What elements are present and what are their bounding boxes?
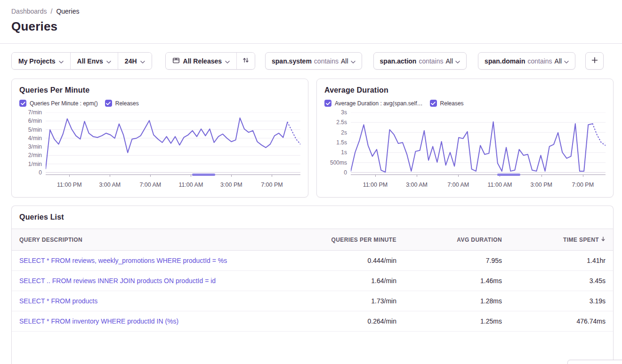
x-tick-label: 3:00 AM [99,182,121,188]
checkbox-checked-icon[interactable] [430,100,437,107]
chart-legend: Average Duration : avg(span.self…Release… [324,100,606,107]
chevron-down-icon [59,57,64,65]
avg-duration-value: 1.25ms [396,317,502,325]
release-sort-button[interactable] [236,53,255,69]
span-system-filter-pill[interactable]: span.system contains All [265,52,362,70]
x-tick-label: 3:00 AM [406,182,428,188]
time-axis [351,173,606,179]
queries-per-minute-value: 0.264/min [298,317,396,325]
query-description-link[interactable]: SELECT * FROM reviews, weekly_promotions… [19,257,227,264]
y-tick-label: 7/min [28,109,42,116]
legend-item[interactable]: Releases [430,100,464,107]
query-description-link[interactable]: SELECT .. FROM reviews INNER JOIN produc… [19,277,216,285]
y-tick-label: 3/min [28,143,42,150]
table-row: SELECT * FROM reviews, weekly_promotions… [12,251,613,271]
breadcrumb: Dashboards / Queries [11,8,611,15]
span-action-filter-pill[interactable]: span.action contains All [373,52,467,70]
date-range-filter-button[interactable]: 24H [118,53,152,69]
legend-label: Queries Per Minute : epm() [30,100,98,107]
chevron-down-icon [564,57,569,65]
legend-item[interactable]: Releases [105,100,139,107]
release-marker-band[interactable] [497,174,520,176]
page-filter-group: My Projects All Envs 24H [11,52,152,70]
releases-filter-button[interactable]: All Releases [166,53,237,69]
y-axis: 01/min2/min3/min4/min5/min6/min7/min [19,112,46,173]
chart-legend: Queries Per Minute : epm()Releases [19,100,300,107]
breadcrumb-dashboards[interactable]: Dashboards [11,8,47,15]
chart-plot[interactable] [46,112,300,173]
column-header-query-description[interactable]: Query Description [19,237,298,243]
y-tick-label: 5/min [28,127,42,133]
checkbox-checked-icon[interactable] [105,100,112,107]
axis-tick [583,175,583,177]
project-filter-button[interactable]: My Projects [12,53,70,69]
axis-tick [231,175,232,177]
chevron-down-icon [106,57,111,65]
queries-per-minute-value: 1.73/min [298,297,396,305]
y-tick-label: 1/min [28,161,42,167]
y-tick-label: 0 [39,169,42,176]
axis-tick [541,175,542,177]
releases-icon [172,57,180,65]
table-row: SELECT .. FROM reviews INNER JOIN produc… [12,271,613,291]
legend-item[interactable]: Queries Per Minute : epm() [19,100,98,107]
queries-per-minute-panel: Queries Per Minute Queries Per Minute : … [11,79,308,198]
query-description-link[interactable]: SELECT * FROM inventory WHERE productId … [19,317,178,325]
checkbox-checked-icon[interactable] [324,100,331,107]
axis-tick [191,175,191,177]
page-header: Dashboards / Queries Queries [0,0,622,44]
legend-label: Releases [440,100,464,107]
axis-tick [110,175,110,177]
x-axis: 11:00 PM3:00 AM7:00 AM11:00 AM3:00 PM7:0… [351,179,606,189]
y-tick-label: 6/min [28,118,42,124]
average-duration-panel: Average Duration Average Duration : avg(… [316,79,614,198]
table-header-row: Query Description Queries Per Minute Avg… [12,229,613,251]
time-spent-value: 3.19s [502,297,606,305]
x-tick-label: 11:00 AM [178,182,203,188]
checkbox-checked-icon[interactable] [19,100,26,107]
sort-desc-icon [601,236,606,243]
x-tick-label: 11:00 AM [488,182,512,188]
axis-tick [272,175,272,177]
y-tick-label: 0 [344,169,347,176]
add-filter-button[interactable] [585,52,604,70]
x-tick-label: 11:00 PM [363,182,388,188]
legend-item[interactable]: Average Duration : avg(span.self… [324,100,423,107]
y-tick-label: 3s [341,109,347,116]
axis-tick [150,175,151,177]
breadcrumb-queries: Queries [56,8,79,15]
release-marker-band[interactable] [192,174,215,176]
page-title: Queries [11,19,611,34]
x-tick-label: 11:00 PM [57,182,82,188]
avg-duration-value: 1.28ms [396,297,502,305]
x-tick-label: 7:00 PM [261,182,283,188]
time-spent-value: 3.45s [502,277,606,285]
column-header-time-spent[interactable]: Time Spent [502,236,606,243]
query-description-link[interactable]: SELECT * FROM products [19,297,97,305]
chart-title: Average Duration [324,86,606,95]
queries-per-minute-value: 0.444/min [298,257,396,264]
avg-duration-value: 7.95s [396,257,502,264]
y-tick-label: 2s [341,129,347,136]
x-axis: 11:00 PM3:00 AM7:00 AM11:00 AM3:00 PM7:0… [46,179,300,189]
column-header-queries-per-minute[interactable]: Queries Per Minute [298,237,396,243]
queries-per-minute-value: 1.64/min [298,277,396,285]
charts-row: Queries Per Minute Queries Per Minute : … [11,79,614,198]
y-axis: 0500ms1s1.5s2s2.5s3s [324,112,351,173]
column-header-avg-duration[interactable]: Avg Duration [396,237,502,243]
time-spent-value: 476.74ms [502,317,606,325]
chart-plot[interactable] [351,112,606,173]
chart-title: Queries Per Minute [19,86,300,95]
chevron-down-icon [225,57,230,65]
x-tick-label: 3:00 PM [530,182,552,188]
legend-label: Average Duration : avg(span.self… [335,100,423,107]
pagination[interactable] [567,360,622,364]
y-tick-label: 1s [341,149,347,156]
y-tick-label: 2.5s [336,119,347,126]
span-domain-filter-pill[interactable]: span.domain contains All [478,52,575,70]
y-tick-label: 500ms [330,159,347,166]
x-tick-label: 7:00 AM [447,182,469,188]
y-tick-label: 1.5s [336,139,347,146]
x-tick-label: 7:00 PM [572,182,594,188]
environment-filter-button[interactable]: All Envs [70,53,118,69]
